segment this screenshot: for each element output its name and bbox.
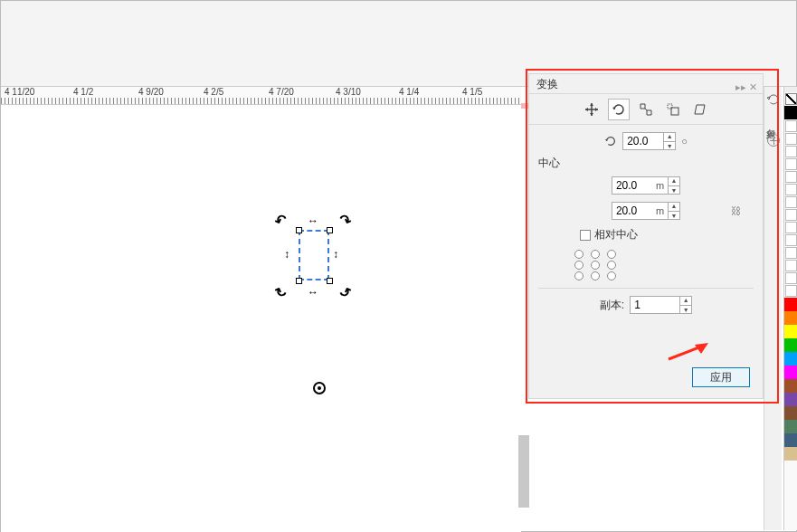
center-x-field[interactable]: [612, 177, 652, 194]
color-swatch[interactable]: [785, 120, 797, 132]
rotate-handle-icon[interactable]: ↶: [337, 210, 354, 230]
rotation-center-marker[interactable]: [313, 382, 326, 394]
refresh-icon[interactable]: [766, 92, 781, 107]
rotate-handle-icon[interactable]: ↶: [272, 210, 289, 230]
relative-center-checkbox[interactable]: 相对中心: [580, 227, 638, 242]
tab-position[interactable]: [581, 99, 602, 120]
anchor-mr[interactable]: [607, 261, 616, 270]
right-dock-strip[interactable]: 对象: [764, 87, 782, 530]
docker-title: 变换: [536, 78, 558, 90]
anchor-ml[interactable]: [574, 261, 584, 270]
spin-down-icon[interactable]: ▼: [669, 186, 679, 195]
color-swatch[interactable]: [784, 433, 797, 447]
color-swatch[interactable]: [784, 393, 797, 406]
color-swatch[interactable]: [785, 260, 797, 271]
anchor-br[interactable]: [607, 271, 616, 280]
corner-handle[interactable]: [327, 278, 333, 284]
ruler-label: 4 1/5: [462, 87, 482, 97]
scrollbar-vertical[interactable]: [518, 435, 529, 508]
ruler-label: 4 1/2: [73, 87, 93, 97]
color-swatch[interactable]: [785, 272, 797, 284]
skew-handle-icon[interactable]: ↔: [308, 214, 318, 227]
collapse-icon[interactable]: ▸▸: [735, 81, 746, 92]
copies-label: 副本:: [600, 298, 624, 313]
color-swatch[interactable]: [785, 234, 797, 246]
color-swatch[interactable]: [785, 146, 797, 157]
rotation-angle-field[interactable]: [623, 133, 663, 149]
anchor-tr[interactable]: [607, 250, 616, 259]
close-icon[interactable]: ✕: [749, 81, 757, 92]
object-outline[interactable]: [299, 230, 329, 280]
spin-up-icon[interactable]: ▲: [669, 202, 679, 212]
color-swatch[interactable]: [784, 420, 797, 433]
degree-unit: ○: [681, 136, 688, 147]
apply-button-label: 应用: [710, 371, 732, 384]
color-swatch[interactable]: [784, 298, 797, 311]
tab-skew[interactable]: [689, 99, 711, 120]
color-palette[interactable]: [783, 87, 797, 530]
anchor-tc[interactable]: [591, 250, 600, 259]
color-swatch[interactable]: [784, 366, 797, 379]
tab-rotate[interactable]: [608, 99, 630, 120]
tab-size[interactable]: [662, 99, 684, 120]
color-swatch[interactable]: [785, 209, 797, 221]
anchor-grid[interactable]: [529, 246, 763, 284]
color-swatch[interactable]: [784, 325, 797, 338]
docker-header[interactable]: 变换 ▸▸ ✕: [529, 74, 763, 94]
skew-handle-icon[interactable]: ↔: [308, 286, 318, 299]
apply-button[interactable]: 应用: [692, 367, 750, 387]
spin-down-icon[interactable]: ▼: [664, 142, 675, 151]
relative-center-label: 相对中心: [594, 227, 638, 242]
spin-down-icon[interactable]: ▼: [669, 212, 679, 221]
color-swatch[interactable]: [785, 184, 797, 195]
color-swatch[interactable]: [784, 106, 797, 119]
skew-handle-icon[interactable]: ↕: [333, 248, 338, 261]
spin-up-icon[interactable]: ▲: [669, 176, 679, 186]
color-swatch[interactable]: [784, 352, 797, 366]
color-swatch[interactable]: [785, 222, 797, 233]
color-swatch[interactable]: [785, 158, 797, 170]
color-swatch[interactable]: [785, 171, 797, 183]
anchor-bc[interactable]: [591, 271, 600, 280]
center-y-field[interactable]: [612, 203, 652, 219]
corner-handle[interactable]: [296, 278, 302, 284]
tab-scale-mirror[interactable]: [635, 99, 657, 120]
lock-icon[interactable]: ⛓: [731, 205, 741, 216]
color-swatch[interactable]: [785, 133, 797, 145]
no-color-swatch[interactable]: [785, 93, 797, 105]
color-swatch[interactable]: [784, 406, 797, 420]
spin-up-icon[interactable]: ▲: [680, 296, 691, 306]
rotate-handle-icon[interactable]: ↶: [337, 280, 354, 300]
copies-field[interactable]: [631, 297, 679, 313]
color-swatch[interactable]: [785, 247, 797, 259]
spin-down-icon[interactable]: ▼: [680, 306, 691, 315]
checkbox-box[interactable]: [580, 230, 591, 241]
color-swatch[interactable]: [785, 196, 797, 208]
copies-input[interactable]: ▲▼: [630, 296, 692, 314]
color-swatch[interactable]: [784, 379, 797, 393]
corner-handle[interactable]: [327, 227, 333, 233]
color-swatch[interactable]: [784, 447, 797, 461]
center-x-input[interactable]: m ▲▼: [612, 176, 680, 195]
color-swatch[interactable]: [784, 311, 797, 325]
palette-scroll-up[interactable]: [784, 87, 797, 92]
rotate-handle-icon[interactable]: ↶: [272, 280, 289, 300]
corner-handle[interactable]: [296, 227, 302, 233]
ruler-label: 4 11/20: [5, 87, 34, 97]
anchor-tl[interactable]: [574, 250, 584, 259]
drawing-canvas[interactable]: ↶ ↶ ↶ ↶ ↔ ↔ ↕ ↕: [1, 105, 521, 532]
color-swatch[interactable]: [785, 285, 797, 297]
ruler-label: 4 2/5: [204, 87, 223, 97]
skew-handle-icon[interactable]: ↕: [284, 248, 289, 261]
svg-rect-1: [671, 108, 678, 115]
anchor-mc[interactable]: [591, 261, 600, 270]
docker-controls[interactable]: ▸▸ ✕: [735, 77, 757, 97]
center-y-input[interactable]: m ▲▼: [612, 202, 680, 220]
add-docker-icon[interactable]: [767, 134, 780, 147]
spin-up-icon[interactable]: ▲: [664, 132, 675, 142]
selected-object[interactable]: ↶ ↶ ↶ ↶ ↔ ↔ ↕ ↕: [279, 214, 351, 299]
color-swatch[interactable]: [784, 338, 797, 352]
rotation-angle-input[interactable]: ▲▼: [622, 132, 676, 150]
horizontal-ruler: 4 11/20 4 1/2 4 9/20 4 2/5 4 7/20 4 3/10…: [1, 87, 521, 105]
anchor-bl[interactable]: [574, 271, 584, 280]
